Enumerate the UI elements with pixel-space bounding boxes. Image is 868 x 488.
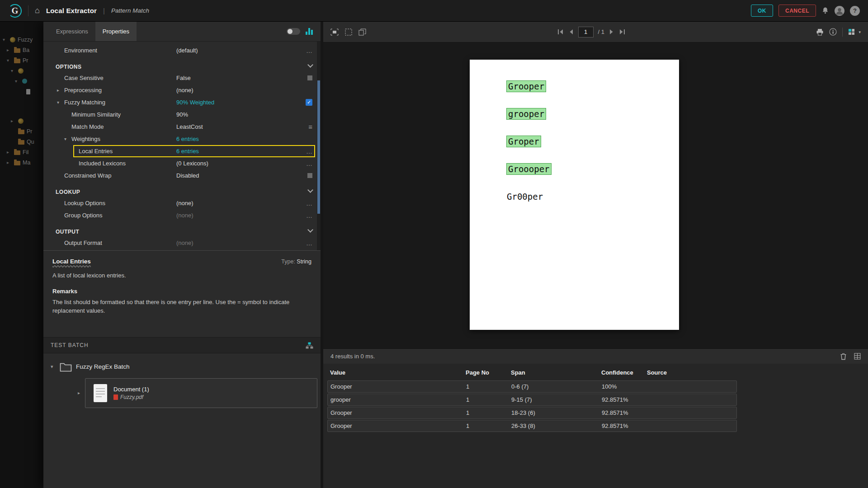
property-action-icon[interactable] — [307, 72, 312, 84]
property-value[interactable]: (none) — [176, 197, 193, 209]
chart-icon[interactable] — [306, 28, 313, 35]
property-value[interactable]: (none) — [176, 237, 193, 249]
last-page-icon[interactable] — [619, 29, 625, 35]
property-row[interactable]: Minimum Similarity 90% — [43, 108, 321, 121]
tab-bar: Expressions Properties — [43, 22, 321, 42]
property-value[interactable]: 6 entries — [176, 133, 199, 145]
scrollbar-track[interactable] — [317, 42, 321, 250]
property-value[interactable]: LeastCost — [176, 121, 203, 133]
property-value[interactable]: (0 Lexicons) — [176, 157, 208, 169]
property-row[interactable]: Output Format (none) — [43, 237, 321, 249]
property-row[interactable]: Lookup Options (none) — [43, 197, 321, 209]
thumbnails-icon[interactable] — [345, 28, 352, 36]
property-row[interactable]: Case Sensitive False — [43, 72, 321, 84]
property-value[interactable]: 90% — [176, 108, 188, 121]
result-row[interactable]: Grooper 1 26-33 (8) 92.8571% — [327, 420, 737, 432]
property-row[interactable]: Match Mode LeastCost — [43, 121, 321, 133]
home-icon[interactable]: ⌂ — [35, 6, 40, 15]
property-action-icon[interactable] — [306, 157, 312, 169]
tab[interactable]: Properties — [95, 22, 137, 41]
cell-page-no: 1 — [466, 422, 511, 429]
property-label: Local Entries — [79, 145, 113, 157]
expander-icon[interactable] — [57, 84, 62, 96]
match-text[interactable]: Groper — [506, 136, 541, 147]
property-row[interactable]: Weightings 6 entries — [43, 133, 321, 145]
property-action-icon[interactable] — [308, 60, 312, 72]
column-header-span[interactable]: Span — [511, 369, 601, 376]
next-page-icon[interactable] — [609, 29, 614, 35]
property-value[interactable]: 6 entries — [176, 145, 199, 157]
delete-results-icon[interactable] — [840, 353, 847, 360]
cancel-button[interactable]: CANCEL — [778, 5, 816, 17]
match-text[interactable]: grooper — [506, 108, 546, 120]
help-icon[interactable]: ? — [850, 6, 860, 16]
cell-value: Grooper — [330, 422, 466, 429]
match-text[interactable]: Grooper — [506, 80, 546, 92]
grid-view-icon[interactable] — [854, 353, 861, 360]
property-row[interactable]: LOOKUP — [43, 182, 321, 197]
property-action-icon[interactable] — [308, 225, 312, 237]
tab[interactable]: Expressions — [49, 22, 95, 41]
scrollbar-thumb[interactable] — [317, 80, 320, 214]
column-header-value[interactable]: Value — [330, 369, 466, 376]
help-type-prefix: Type: — [281, 258, 295, 265]
match-text[interactable]: Gr00per — [506, 191, 543, 202]
property-row[interactable]: Constrained Wrap Disabled — [43, 169, 321, 182]
property-value[interactable]: (none) — [176, 209, 193, 221]
batch-folder-row[interactable]: Fuzzy RegEx Batch — [43, 353, 321, 372]
property-row[interactable]: OPTIONS — [43, 56, 321, 72]
match-text[interactable]: Groooper — [506, 163, 552, 175]
first-page-icon[interactable] — [557, 29, 564, 35]
result-row[interactable]: Grooper 1 0-6 (7) 100% — [327, 380, 737, 393]
property-value[interactable]: Disabled — [176, 169, 199, 182]
bell-icon[interactable] — [821, 7, 829, 14]
property-action-icon[interactable] — [306, 209, 312, 221]
document-line: grooper — [506, 109, 679, 121]
property-value[interactable]: 90% Weighted — [176, 96, 214, 108]
page-number-input[interactable]: 1 — [578, 27, 594, 38]
property-action-icon[interactable] — [306, 237, 312, 249]
result-row[interactable]: Grooper 1 18-23 (6) 92.8571% — [327, 407, 737, 419]
column-header-confidence[interactable]: Confidence — [601, 369, 647, 376]
ok-button[interactable]: OK — [751, 5, 773, 17]
document-item[interactable]: Document (1) Fuzzy.pdf — [85, 378, 317, 408]
property-row[interactable]: Local Entries 6 entries — [43, 145, 321, 157]
property-value[interactable]: False — [176, 72, 191, 84]
expander-icon[interactable] — [51, 364, 56, 370]
property-action-icon[interactable] — [306, 96, 312, 108]
info-icon[interactable] — [829, 28, 837, 36]
avatar-icon[interactable] — [835, 6, 844, 16]
help-remarks-title: Remarks — [52, 288, 311, 295]
property-row[interactable]: Fuzzy Matching 90% Weighted — [43, 96, 321, 108]
chevron-down-icon[interactable]: ▾ — [859, 30, 861, 34]
column-header-page-no[interactable]: Page No — [466, 369, 511, 376]
property-row[interactable]: Environment (default) — [43, 44, 321, 56]
pages-icon[interactable] — [359, 28, 366, 36]
property-row[interactable]: Preprocessing (none) — [43, 84, 321, 96]
document-page: Grooper grooper Groper Groooper Gr00per — [470, 60, 679, 330]
column-header-source[interactable]: Source — [647, 369, 737, 376]
expander-icon[interactable] — [78, 390, 80, 395]
property-action-icon[interactable] — [307, 169, 312, 182]
print-icon[interactable] — [816, 28, 824, 36]
property-row[interactable]: Included Lexicons (0 Lexicons) — [43, 157, 321, 169]
property-row[interactable]: Group Options (none) — [43, 209, 321, 221]
expander-icon[interactable] — [57, 96, 62, 108]
property-action-icon[interactable] — [306, 197, 312, 209]
property-action-icon[interactable] — [306, 145, 312, 157]
property-row[interactable]: OUTPUT — [43, 221, 321, 237]
property-action-icon[interactable] — [306, 44, 312, 56]
result-row[interactable]: grooper 1 9-15 (7) 92.8571% — [327, 394, 737, 406]
prev-page-icon[interactable] — [568, 29, 574, 35]
property-label: Constrained Wrap — [64, 169, 112, 182]
property-action-icon[interactable] — [308, 121, 312, 133]
property-value[interactable]: (default) — [176, 44, 198, 56]
hierarchy-icon[interactable] — [306, 342, 313, 349]
folder-icon — [60, 361, 72, 372]
diagnostics-toggle[interactable] — [287, 28, 300, 35]
property-action-icon[interactable] — [308, 185, 312, 197]
fit-page-icon[interactable] — [330, 28, 339, 36]
property-value[interactable]: (none) — [176, 84, 193, 96]
expander-icon[interactable] — [64, 133, 70, 145]
layout-icon[interactable] — [848, 28, 855, 35]
